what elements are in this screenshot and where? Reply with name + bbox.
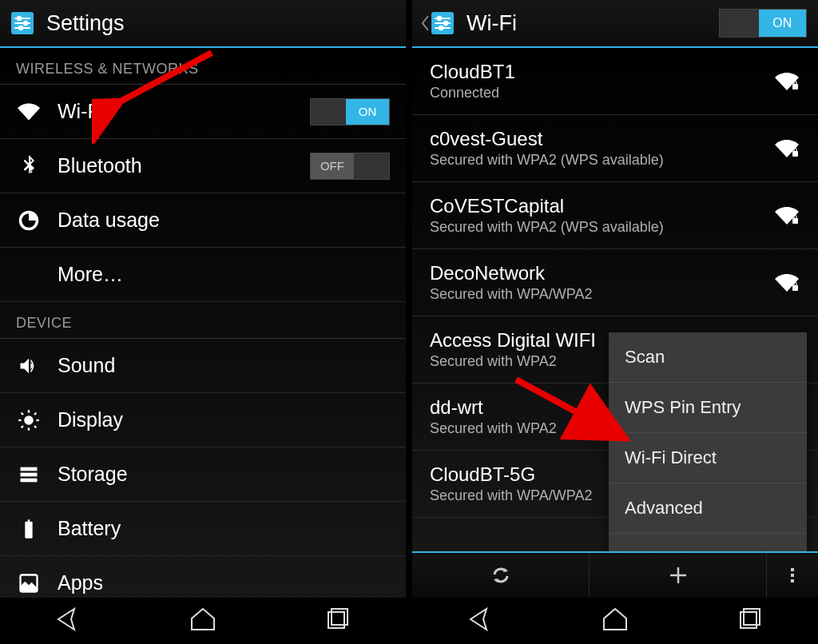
svg-rect-38 (791, 568, 794, 571)
section-wireless-networks: WIRELESS & NETWORKS (0, 48, 406, 85)
system-navbar-left (0, 598, 406, 644)
actionbar-title: Settings (46, 11, 395, 36)
row-storage-label: Storage (58, 463, 390, 486)
row-data-usage[interactable]: Data usage (0, 193, 406, 248)
toggle-on-label: ON (759, 10, 806, 37)
wifi-signal-secure-icon (773, 205, 800, 227)
row-apps[interactable]: Apps (0, 556, 406, 598)
row-bluetooth-label: Bluetooth (58, 154, 310, 177)
actionbar-wifi: Wi-Fi ON (412, 0, 818, 48)
row-more-label: More… (58, 263, 390, 286)
svg-rect-31 (792, 84, 798, 89)
svg-line-16 (34, 412, 36, 414)
wifi-content: CloudBT1 Connected c0vest-Guest Secured … (412, 48, 818, 551)
nav-back-icon[interactable] (464, 606, 496, 636)
overflow-menu: Scan WPS Pin Entry Wi-Fi Direct Advanced… (609, 332, 807, 551)
wifi-toggle[interactable]: ON (310, 98, 390, 125)
svg-rect-40 (791, 579, 794, 582)
menu-item-help[interactable]: Help (609, 534, 807, 551)
wifi-status: Secured with WPA/WPA2 (430, 286, 765, 303)
storage-icon (16, 462, 42, 487)
wifi-signal-secure-icon (773, 137, 800, 160)
svg-point-30 (439, 26, 443, 30)
row-sound-label: Sound (58, 354, 390, 377)
row-wifi-label: Wi-Fi (58, 100, 310, 123)
svg-point-6 (19, 26, 22, 30)
wifi-signal-secure-icon (773, 272, 800, 294)
settings-content: WIRELESS & NETWORKS Wi-Fi ON Bluetooth O… (0, 48, 406, 598)
svg-rect-32 (792, 151, 798, 157)
svg-rect-17 (21, 467, 38, 471)
bluetooth-icon (16, 153, 42, 179)
row-display-label: Display (58, 408, 390, 431)
data-usage-icon (16, 208, 42, 233)
wps-push-button[interactable] (412, 553, 590, 598)
row-display[interactable]: Display (0, 393, 406, 447)
row-apps-label: Apps (58, 571, 390, 594)
svg-point-28 (444, 22, 447, 25)
wifi-split-actionbar (412, 551, 818, 598)
svg-rect-33 (792, 218, 798, 224)
menu-item-scan[interactable]: Scan (609, 332, 807, 383)
wifi-network-row[interactable]: CoVESTCapital Secured with WPA2 (WPS ava… (412, 182, 818, 249)
row-battery[interactable]: Battery (0, 502, 406, 556)
nav-recent-icon[interactable] (322, 606, 354, 636)
svg-point-26 (438, 17, 441, 20)
overflow-button[interactable] (767, 553, 818, 598)
display-icon (16, 407, 42, 433)
system-navbar-right (412, 598, 818, 644)
row-data-usage-label: Data usage (58, 209, 390, 232)
wifi-status: Secured with WPA2 (WPS available) (430, 152, 765, 169)
wifi-status: Connected (430, 85, 765, 101)
svg-point-8 (24, 415, 34, 425)
nav-home-icon[interactable] (599, 606, 631, 636)
nav-recent-icon[interactable] (734, 606, 766, 636)
actionbar-title: Wi-Fi (467, 11, 719, 36)
wifi-ssid: CloudBT1 (430, 61, 765, 83)
row-sound[interactable]: Sound (0, 339, 406, 393)
svg-point-2 (18, 17, 21, 20)
wifi-ssid: c0vest-Guest (430, 128, 765, 150)
svg-line-13 (22, 412, 23, 414)
wifi-status: Secured with WPA2 (WPS available) (430, 219, 765, 236)
wifi-icon (16, 99, 42, 125)
battery-icon (16, 516, 42, 542)
toggle-on-label: ON (346, 99, 389, 125)
settings-icon[interactable] (428, 9, 457, 38)
menu-item-wps[interactable]: WPS Pin Entry (609, 383, 807, 433)
row-bluetooth[interactable]: Bluetooth OFF (0, 139, 406, 193)
menu-item-advanced[interactable]: Advanced (609, 483, 807, 534)
wifi-network-row[interactable]: DecoNetwork Secured with WPA/WPA2 (412, 249, 818, 316)
row-storage[interactable]: Storage (0, 447, 406, 502)
phone-wifi: Wi-Fi ON CloudBT1 Connected c0vest-Guest… (412, 0, 818, 644)
row-battery-label: Battery (58, 517, 390, 540)
wifi-network-row[interactable]: CloudBT1 Connected (412, 48, 818, 115)
bluetooth-toggle[interactable]: OFF (310, 153, 390, 180)
wifi-ssid: DecoNetwork (430, 262, 765, 284)
wifi-master-toggle[interactable]: ON (719, 9, 807, 38)
svg-line-14 (34, 426, 36, 427)
nav-home-icon[interactable] (187, 606, 219, 636)
svg-rect-19 (21, 478, 38, 482)
phone-settings: Settings WIRELESS & NETWORKS Wi-Fi ON Bl… (0, 0, 406, 644)
svg-point-4 (24, 22, 27, 25)
wifi-ssid: CoVESTCapital (430, 195, 765, 217)
sound-icon (16, 353, 42, 379)
svg-rect-18 (21, 472, 38, 476)
actionbar-settings: Settings (0, 0, 406, 48)
apps-icon (16, 570, 42, 596)
row-wifi[interactable]: Wi-Fi ON (0, 85, 406, 139)
toggle-off-label: OFF (311, 153, 354, 179)
menu-item-wifi-direct[interactable]: Wi-Fi Direct (609, 433, 807, 483)
wifi-signal-secure-icon (773, 70, 800, 93)
svg-rect-39 (791, 574, 794, 577)
svg-rect-34 (792, 285, 798, 291)
settings-icon (8, 9, 37, 38)
svg-line-15 (22, 426, 23, 427)
section-device: DEVICE (0, 302, 406, 339)
add-network-button[interactable] (590, 553, 767, 598)
row-more[interactable]: More… (0, 248, 406, 302)
wifi-network-row[interactable]: c0vest-Guest Secured with WPA2 (WPS avai… (412, 115, 818, 182)
nav-back-icon[interactable] (52, 606, 84, 636)
